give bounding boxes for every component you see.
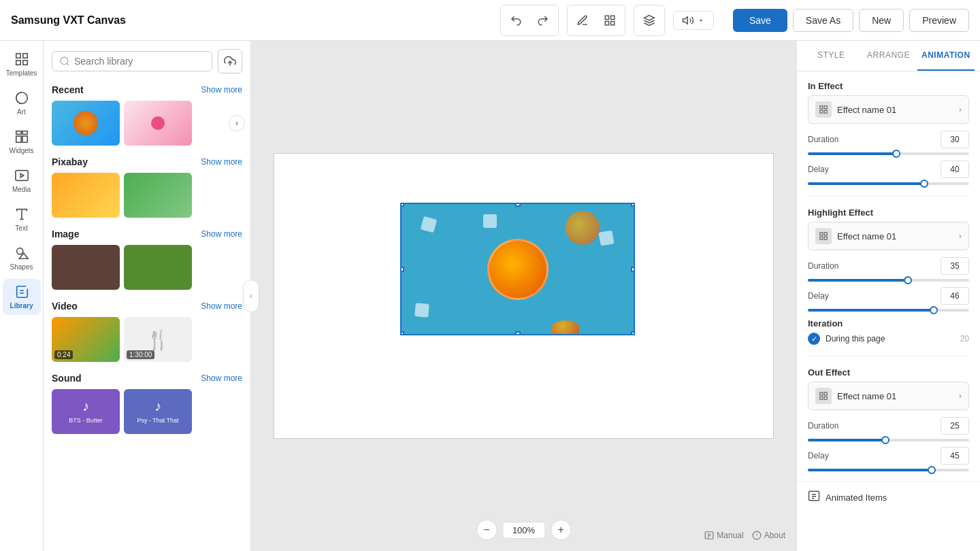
about-link[interactable]: About — [752, 531, 785, 540]
out-delay-thumb[interactable] — [928, 466, 936, 474]
in-delay-slider[interactable] — [808, 182, 969, 185]
recent-show-more[interactable]: Show more — [201, 85, 242, 95]
save-as-button[interactable]: Save As — [793, 9, 853, 32]
out-duration-thumb[interactable] — [881, 436, 889, 444]
svg-rect-43 — [820, 397, 823, 399]
pixabay-thumb-2[interactable] — [124, 173, 192, 218]
sidebar-item-art[interactable]: Art — [3, 85, 41, 121]
grid-button[interactable] — [598, 8, 622, 33]
undo-button[interactable] — [504, 8, 528, 33]
sound-thumb-1[interactable]: ♪ BTS - Butter — [52, 389, 120, 434]
image-thumb-1[interactable] — [52, 245, 120, 290]
upload-button[interactable] — [218, 49, 242, 73]
manual-link[interactable]: Manual — [704, 531, 743, 540]
highlight-effect-label: Highlight Effect — [808, 207, 969, 218]
sound-thumb-2[interactable]: ♪ Psy - That That — [124, 389, 192, 434]
out-duration-slider[interactable] — [808, 439, 969, 441]
canvas-selected-image[interactable] — [400, 203, 635, 335]
image-thumb-2[interactable] — [124, 245, 192, 290]
out-effect-chevron: › — [959, 391, 962, 401]
out-duration-row: Duration 25 — [808, 417, 969, 441]
handle-middle-left[interactable] — [400, 267, 404, 272]
zoom-out-button[interactable]: − — [476, 520, 497, 540]
recent-nav-arrow[interactable]: › — [229, 115, 245, 131]
video-thumb-2[interactable]: 🍴 1:30:00 — [124, 317, 192, 362]
animated-items-row[interactable]: Animated Items — [797, 481, 980, 513]
sidebar-item-library[interactable]: Library — [3, 279, 41, 315]
recent-thumb-1[interactable] — [52, 101, 120, 146]
pen-tool-button[interactable] — [570, 8, 595, 33]
image-show-more[interactable]: Show more — [201, 229, 242, 239]
handle-bottom-right[interactable] — [631, 331, 635, 335]
in-duration-slider[interactable] — [808, 152, 969, 155]
svg-rect-40 — [824, 237, 827, 239]
preview-button[interactable]: Preview — [909, 9, 969, 32]
handle-top-right[interactable] — [631, 203, 635, 207]
in-effect-duration-label-row: Duration 30 — [808, 131, 969, 148]
redo-button[interactable] — [531, 8, 555, 33]
panel-tabs: STYLE ARRANGE ANIMATION — [797, 41, 980, 71]
save-button[interactable]: Save — [733, 9, 787, 32]
zoom-level[interactable]: 100% — [502, 522, 545, 539]
in-delay-thumb[interactable] — [920, 180, 928, 188]
svg-rect-44 — [824, 397, 827, 399]
undo-redo-group — [500, 5, 559, 36]
svg-rect-3 — [610, 21, 614, 24]
video-thumb-1[interactable]: 0:24 — [52, 317, 120, 362]
sound-thumbnails: ♪ BTS - Butter ♪ Psy - That That — [52, 389, 242, 434]
out-duration-fill — [808, 439, 885, 441]
handle-top-left[interactable] — [400, 203, 404, 207]
sidebar-item-shapes[interactable]: Shapes — [3, 240, 41, 276]
in-effect-delay-label-row: Delay 40 — [808, 161, 969, 178]
tab-animation[interactable]: ANIMATION — [917, 41, 975, 71]
search-input-wrap[interactable] — [52, 51, 212, 71]
in-duration-thumb[interactable] — [892, 150, 900, 158]
recent-thumb-2[interactable] — [124, 101, 192, 146]
out-delay-value[interactable]: 45 — [941, 447, 969, 465]
out-duration-value[interactable]: 25 — [941, 417, 969, 435]
tab-style[interactable]: STYLE — [802, 41, 860, 71]
recent-section-header: Recent Show more — [52, 84, 242, 95]
highlight-delay-slider[interactable] — [808, 309, 969, 312]
video-show-more[interactable]: Show more — [201, 301, 242, 311]
pixabay-show-more[interactable]: Show more — [201, 157, 242, 167]
highlight-duration-thumb[interactable] — [904, 276, 912, 284]
handle-middle-right[interactable] — [631, 267, 635, 272]
handle-top-middle[interactable] — [515, 203, 521, 207]
in-effect-dropdown[interactable]: Effect name 01 › — [808, 95, 969, 124]
shapes-icon — [14, 246, 29, 261]
sidebar-item-templates[interactable]: Templates — [3, 46, 41, 82]
handle-bottom-middle[interactable] — [515, 331, 521, 335]
tab-arrange[interactable]: ARRANGE — [860, 41, 917, 71]
pixabay-thumb-1[interactable] — [52, 173, 120, 218]
handle-bottom-left[interactable] — [400, 331, 404, 335]
text-icon — [14, 207, 29, 222]
highlight-delay-value[interactable]: 46 — [941, 287, 969, 305]
zoom-in-button[interactable]: + — [551, 520, 571, 540]
search-input[interactable] — [74, 56, 205, 67]
highlight-duration-value[interactable]: 35 — [941, 257, 969, 275]
sidebar-item-label-widgets: Widgets — [9, 147, 33, 154]
out-delay-slider[interactable] — [808, 469, 969, 471]
new-button[interactable]: New — [859, 9, 904, 32]
svg-rect-13 — [16, 136, 20, 142]
canvas-collapse-button[interactable]: ‹ — [243, 280, 259, 312]
sidebar-item-media[interactable]: Media — [3, 163, 41, 199]
sound-show-more[interactable]: Show more — [201, 373, 242, 383]
highlight-duration-slider[interactable] — [808, 279, 969, 282]
orange-slice-main — [487, 239, 549, 300]
highlight-delay-label: Delay — [808, 291, 829, 301]
search-bar — [52, 49, 242, 73]
sidebar-item-widgets[interactable]: Widgets — [3, 124, 41, 160]
iteration-checkbox[interactable]: ✓ — [808, 333, 820, 345]
sidebar-item-text[interactable]: Text — [3, 201, 41, 237]
in-duration-value[interactable]: 30 — [941, 131, 969, 148]
highlight-effect-dropdown[interactable]: Effect name 01 › — [808, 222, 969, 250]
audio-button[interactable] — [676, 14, 710, 27]
in-duration-label: Duration — [808, 135, 838, 144]
layers-button[interactable] — [637, 8, 662, 33]
svg-rect-7 — [22, 54, 27, 58]
out-effect-dropdown[interactable]: Effect name 01 › — [808, 382, 969, 410]
in-delay-value[interactable]: 40 — [941, 161, 969, 178]
highlight-delay-thumb[interactable] — [930, 306, 938, 314]
